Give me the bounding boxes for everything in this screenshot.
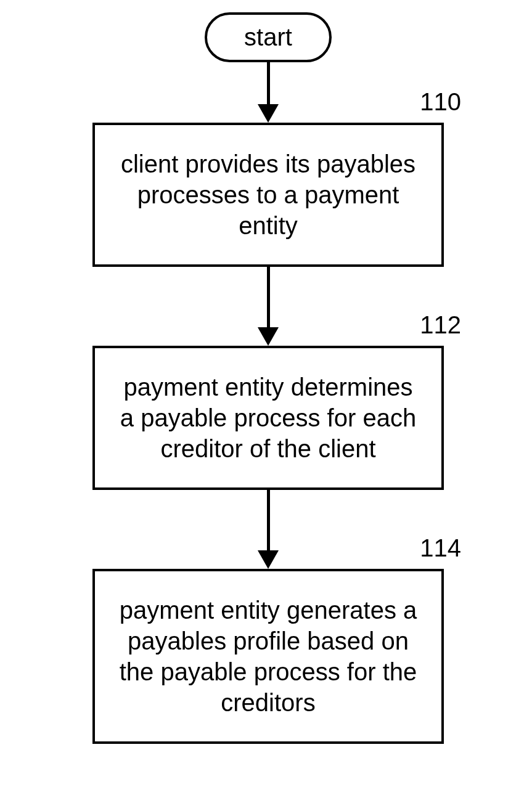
- ref-112: 112: [420, 311, 461, 339]
- arrow-2: [258, 267, 279, 346]
- arrow-line: [267, 490, 270, 552]
- arrow-head: [258, 550, 279, 569]
- step-1-text: client provides its payables processes t…: [113, 149, 423, 241]
- step-2-text: payment entity determines a payable proc…: [113, 372, 423, 464]
- step-3-node: payment entity generates a payables prof…: [92, 569, 444, 744]
- step-2-node: payment entity determines a payable proc…: [92, 346, 444, 490]
- step-1-node: client provides its payables processes t…: [92, 123, 444, 267]
- start-node: start: [205, 12, 332, 62]
- arrow-1: [258, 62, 279, 123]
- arrow-line: [267, 267, 270, 328]
- arrow-line: [267, 62, 270, 105]
- arrow-head: [258, 104, 279, 123]
- step-1-wrap: 110 client provides its payables process…: [92, 123, 444, 267]
- step-3-wrap: 114 payment entity generates a payables …: [92, 569, 444, 744]
- step-2-wrap: 112 payment entity determines a payable …: [92, 346, 444, 490]
- ref-110: 110: [420, 88, 461, 116]
- flowchart-container: start 110 client provides its payables p…: [77, 12, 459, 744]
- arrow-3: [258, 490, 279, 569]
- ref-114: 114: [420, 534, 461, 562]
- arrow-head: [258, 327, 279, 346]
- start-label: start: [244, 23, 292, 51]
- step-3-text: payment entity generates a payables prof…: [113, 595, 423, 718]
